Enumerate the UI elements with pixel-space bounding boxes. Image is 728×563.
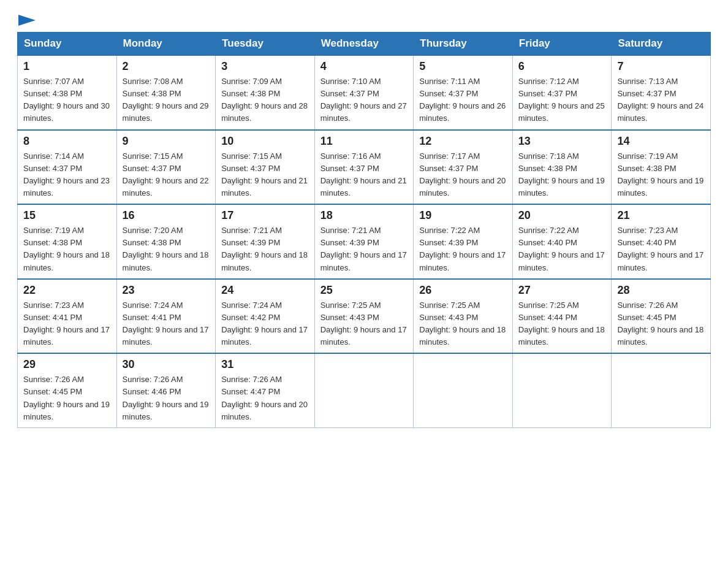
weekday-header-sunday: Sunday: [18, 33, 117, 56]
day-number: 20: [518, 209, 606, 222]
day-number: 31: [221, 358, 309, 371]
day-number: 24: [221, 284, 309, 297]
day-number: 28: [617, 284, 705, 297]
day-number: 3: [221, 60, 309, 73]
svg-marker-0: [18, 15, 36, 26]
calendar-table: SundayMondayTuesdayWednesdayThursdayFrid…: [17, 32, 711, 428]
calendar-cell: 2Sunrise: 7:08 AMSunset: 4:38 PMDaylight…: [116, 55, 216, 130]
day-sun-info: Sunrise: 7:21 AMSunset: 4:39 PMDaylight:…: [320, 224, 408, 274]
calendar-cell: 31Sunrise: 7:26 AMSunset: 4:47 PMDayligh…: [216, 353, 315, 427]
day-sun-info: Sunrise: 7:12 AMSunset: 4:37 PMDaylight:…: [518, 75, 606, 125]
day-number: 17: [221, 209, 309, 222]
weekday-header-monday: Monday: [116, 33, 216, 56]
day-sun-info: Sunrise: 7:26 AMSunset: 4:45 PMDaylight:…: [23, 373, 111, 423]
calendar-cell: 15Sunrise: 7:19 AMSunset: 4:38 PMDayligh…: [18, 204, 117, 279]
logo-flag-icon: [18, 15, 36, 26]
day-number: 12: [419, 135, 507, 148]
calendar-cell: 22Sunrise: 7:23 AMSunset: 4:41 PMDayligh…: [18, 279, 117, 354]
calendar-cell: 18Sunrise: 7:21 AMSunset: 4:39 PMDayligh…: [314, 204, 414, 279]
calendar-cell: [314, 353, 414, 427]
day-sun-info: Sunrise: 7:20 AMSunset: 4:38 PMDaylight:…: [123, 224, 210, 274]
calendar-cell: 8Sunrise: 7:14 AMSunset: 4:37 PMDaylight…: [18, 130, 117, 205]
calendar-cell: 6Sunrise: 7:12 AMSunset: 4:37 PMDaylight…: [512, 55, 612, 130]
day-number: 1: [23, 60, 111, 73]
day-number: 13: [518, 135, 606, 148]
day-sun-info: Sunrise: 7:22 AMSunset: 4:40 PMDaylight:…: [518, 224, 606, 274]
calendar-cell: [612, 353, 711, 427]
calendar-week-row: 29Sunrise: 7:26 AMSunset: 4:45 PMDayligh…: [18, 353, 711, 427]
calendar-week-row: 22Sunrise: 7:23 AMSunset: 4:41 PMDayligh…: [18, 279, 711, 354]
day-sun-info: Sunrise: 7:23 AMSunset: 4:41 PMDaylight:…: [23, 299, 111, 349]
calendar-cell: 20Sunrise: 7:22 AMSunset: 4:40 PMDayligh…: [512, 204, 612, 279]
day-sun-info: Sunrise: 7:21 AMSunset: 4:39 PMDaylight:…: [221, 224, 309, 274]
day-sun-info: Sunrise: 7:26 AMSunset: 4:47 PMDaylight:…: [221, 373, 309, 423]
weekday-header-tuesday: Tuesday: [216, 33, 315, 56]
weekday-header-thursday: Thursday: [414, 33, 513, 56]
day-number: 5: [419, 60, 507, 73]
day-sun-info: Sunrise: 7:24 AMSunset: 4:42 PMDaylight:…: [221, 299, 309, 349]
day-sun-info: Sunrise: 7:15 AMSunset: 4:37 PMDaylight:…: [123, 150, 210, 200]
day-sun-info: Sunrise: 7:13 AMSunset: 4:37 PMDaylight:…: [617, 75, 705, 125]
calendar-cell: 29Sunrise: 7:26 AMSunset: 4:45 PMDayligh…: [18, 353, 117, 427]
calendar-cell: 30Sunrise: 7:26 AMSunset: 4:46 PMDayligh…: [116, 353, 216, 427]
day-sun-info: Sunrise: 7:11 AMSunset: 4:37 PMDaylight:…: [419, 75, 507, 125]
calendar-cell: 26Sunrise: 7:25 AMSunset: 4:43 PMDayligh…: [414, 279, 513, 354]
day-sun-info: Sunrise: 7:26 AMSunset: 4:46 PMDaylight:…: [123, 373, 210, 423]
calendar-cell: 4Sunrise: 7:10 AMSunset: 4:37 PMDaylight…: [314, 55, 414, 130]
day-number: 30: [123, 358, 210, 371]
day-sun-info: Sunrise: 7:18 AMSunset: 4:38 PMDaylight:…: [518, 150, 606, 200]
calendar-cell: 24Sunrise: 7:24 AMSunset: 4:42 PMDayligh…: [216, 279, 315, 354]
day-number: 14: [617, 135, 705, 148]
calendar-week-row: 15Sunrise: 7:19 AMSunset: 4:38 PMDayligh…: [18, 204, 711, 279]
logo: [17, 15, 36, 26]
weekday-header-friday: Friday: [512, 33, 612, 56]
day-sun-info: Sunrise: 7:23 AMSunset: 4:40 PMDaylight:…: [617, 224, 705, 274]
calendar-cell: [414, 353, 513, 427]
calendar-cell: 5Sunrise: 7:11 AMSunset: 4:37 PMDaylight…: [414, 55, 513, 130]
calendar-cell: 1Sunrise: 7:07 AMSunset: 4:38 PMDaylight…: [18, 55, 117, 130]
day-number: 29: [23, 358, 111, 371]
calendar-cell: 28Sunrise: 7:26 AMSunset: 4:45 PMDayligh…: [612, 279, 711, 354]
day-number: 15: [23, 209, 111, 222]
weekday-header-row: SundayMondayTuesdayWednesdayThursdayFrid…: [18, 33, 711, 56]
day-number: 6: [518, 60, 606, 73]
day-number: 25: [320, 284, 408, 297]
calendar-week-row: 8Sunrise: 7:14 AMSunset: 4:37 PMDaylight…: [18, 130, 711, 205]
weekday-header-saturday: Saturday: [612, 33, 711, 56]
day-sun-info: Sunrise: 7:14 AMSunset: 4:37 PMDaylight:…: [23, 150, 111, 200]
day-number: 11: [320, 135, 408, 148]
calendar-cell: 9Sunrise: 7:15 AMSunset: 4:37 PMDaylight…: [116, 130, 216, 205]
calendar-cell: 17Sunrise: 7:21 AMSunset: 4:39 PMDayligh…: [216, 204, 315, 279]
page-header: [17, 15, 711, 26]
day-number: 16: [123, 209, 210, 222]
day-number: 27: [518, 284, 606, 297]
day-sun-info: Sunrise: 7:10 AMSunset: 4:37 PMDaylight:…: [320, 75, 408, 125]
calendar-cell: 16Sunrise: 7:20 AMSunset: 4:38 PMDayligh…: [116, 204, 216, 279]
day-sun-info: Sunrise: 7:25 AMSunset: 4:43 PMDaylight:…: [320, 299, 408, 349]
day-sun-info: Sunrise: 7:16 AMSunset: 4:37 PMDaylight:…: [320, 150, 408, 200]
day-sun-info: Sunrise: 7:19 AMSunset: 4:38 PMDaylight:…: [23, 224, 111, 274]
day-number: 22: [23, 284, 111, 297]
day-sun-info: Sunrise: 7:19 AMSunset: 4:38 PMDaylight:…: [617, 150, 705, 200]
weekday-header-wednesday: Wednesday: [314, 33, 414, 56]
day-sun-info: Sunrise: 7:09 AMSunset: 4:38 PMDaylight:…: [221, 75, 309, 125]
calendar-cell: 13Sunrise: 7:18 AMSunset: 4:38 PMDayligh…: [512, 130, 612, 205]
calendar-cell: 12Sunrise: 7:17 AMSunset: 4:37 PMDayligh…: [414, 130, 513, 205]
day-number: 8: [23, 135, 111, 148]
day-number: 18: [320, 209, 408, 222]
calendar-cell: 25Sunrise: 7:25 AMSunset: 4:43 PMDayligh…: [314, 279, 414, 354]
day-sun-info: Sunrise: 7:17 AMSunset: 4:37 PMDaylight:…: [419, 150, 507, 200]
day-number: 10: [221, 135, 309, 148]
day-number: 7: [617, 60, 705, 73]
calendar-cell: 3Sunrise: 7:09 AMSunset: 4:38 PMDaylight…: [216, 55, 315, 130]
day-number: 23: [123, 284, 210, 297]
day-number: 26: [419, 284, 507, 297]
day-sun-info: Sunrise: 7:15 AMSunset: 4:37 PMDaylight:…: [221, 150, 309, 200]
day-sun-info: Sunrise: 7:08 AMSunset: 4:38 PMDaylight:…: [123, 75, 210, 125]
day-number: 2: [123, 60, 210, 73]
calendar-week-row: 1Sunrise: 7:07 AMSunset: 4:38 PMDaylight…: [18, 55, 711, 130]
calendar-cell: 14Sunrise: 7:19 AMSunset: 4:38 PMDayligh…: [612, 130, 711, 205]
calendar-cell: 27Sunrise: 7:25 AMSunset: 4:44 PMDayligh…: [512, 279, 612, 354]
day-sun-info: Sunrise: 7:24 AMSunset: 4:41 PMDaylight:…: [123, 299, 210, 349]
calendar-cell: [512, 353, 612, 427]
